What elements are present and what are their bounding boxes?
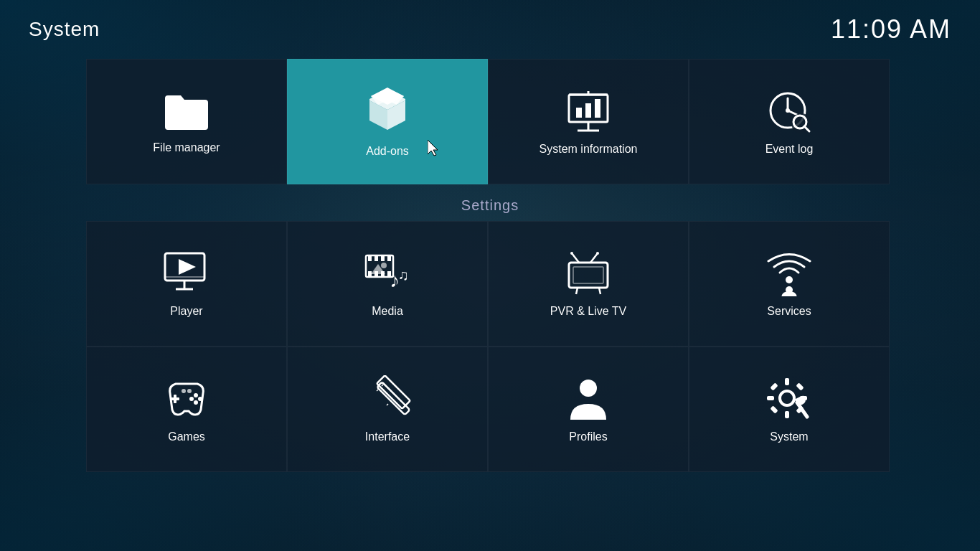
settings-rows: Player — [86, 221, 894, 472]
clock: 11:09 AM — [831, 14, 951, 44]
interface-icon — [362, 375, 413, 422]
games-label: Games — [168, 430, 205, 443]
svg-rect-21 — [368, 255, 372, 261]
svg-rect-23 — [381, 255, 385, 261]
svg-rect-64 — [770, 405, 778, 413]
svg-rect-24 — [387, 255, 391, 261]
player-icon — [161, 250, 212, 296]
svg-line-53 — [377, 390, 378, 391]
svg-line-36 — [590, 253, 598, 263]
svg-line-34 — [572, 253, 579, 263]
services-icon — [764, 250, 814, 296]
svg-rect-59 — [785, 411, 789, 418]
tile-player[interactable]: Player — [86, 221, 287, 347]
tile-file-manager[interactable]: File manager — [86, 59, 287, 184]
tile-system[interactable]: System — [689, 347, 890, 472]
svg-rect-38 — [573, 267, 603, 283]
svg-rect-52 — [377, 382, 410, 415]
system-information-icon — [563, 88, 613, 134]
svg-point-46 — [198, 397, 202, 401]
svg-point-48 — [194, 400, 198, 405]
svg-rect-22 — [374, 255, 378, 261]
svg-point-41 — [786, 276, 793, 283]
svg-point-50 — [187, 389, 192, 393]
event-log-label: Event log — [765, 143, 814, 156]
tile-services[interactable]: Services — [689, 221, 890, 347]
system-information-label: System information — [540, 143, 638, 156]
svg-point-30 — [381, 263, 387, 268]
header: System 11:09 AM — [0, 0, 980, 59]
profiles-label: Profiles — [569, 430, 607, 443]
event-log-icon — [764, 88, 814, 134]
top-row: File manager Add-ons — [86, 59, 894, 184]
page-title: System — [29, 18, 100, 41]
settings-header: Settings — [86, 184, 894, 221]
settings-row-2: Games Interface — [86, 347, 894, 472]
tile-add-ons[interactable]: Add-ons — [287, 59, 488, 184]
system-settings-label: System — [770, 430, 808, 443]
games-icon — [161, 375, 212, 422]
tile-system-information[interactable]: System information — [488, 59, 689, 184]
profiles-icon — [563, 375, 613, 422]
svg-line-54 — [382, 385, 383, 386]
player-label: Player — [170, 305, 202, 318]
tile-media[interactable]: ♪ ♫ Media — [287, 221, 488, 347]
svg-rect-1 — [576, 108, 582, 118]
add-ons-label: Add-ons — [366, 145, 409, 158]
tile-interface[interactable]: Interface — [287, 347, 488, 472]
system-settings-icon — [764, 375, 814, 422]
file-manager-label: File manager — [153, 141, 220, 154]
svg-rect-58 — [785, 378, 789, 385]
svg-point-47 — [189, 397, 194, 401]
svg-point-57 — [780, 391, 794, 405]
svg-marker-16 — [179, 259, 196, 275]
svg-rect-63 — [796, 382, 804, 390]
svg-rect-60 — [767, 396, 774, 400]
services-label: Services — [767, 305, 811, 318]
interface-label: Interface — [365, 430, 410, 443]
media-icon: ♪ ♫ — [362, 250, 413, 296]
svg-rect-2 — [585, 103, 591, 118]
svg-point-37 — [596, 252, 599, 255]
svg-line-55 — [387, 404, 388, 405]
svg-text:♫: ♫ — [398, 267, 409, 283]
pvr-live-tv-label: PVR & Live TV — [550, 305, 626, 318]
tile-profiles[interactable]: Profiles — [488, 347, 689, 472]
svg-point-35 — [570, 252, 573, 255]
pvr-live-tv-icon — [563, 250, 613, 296]
tile-games[interactable]: Games — [86, 347, 287, 472]
svg-rect-62 — [770, 382, 778, 390]
tile-event-log[interactable]: Event log — [689, 59, 890, 184]
svg-point-45 — [194, 393, 198, 397]
svg-point-56 — [580, 380, 597, 397]
main-content: File manager Add-ons — [0, 59, 980, 472]
settings-row-1: Player — [86, 221, 894, 347]
svg-rect-3 — [595, 99, 600, 118]
file-manager-icon — [161, 90, 212, 133]
media-label: Media — [372, 305, 403, 318]
svg-point-49 — [182, 389, 186, 393]
svg-line-11 — [788, 110, 797, 115]
add-ons-icon — [362, 86, 413, 136]
svg-rect-44 — [171, 397, 179, 400]
tile-pvr-live-tv[interactable]: PVR & Live TV — [488, 221, 689, 347]
